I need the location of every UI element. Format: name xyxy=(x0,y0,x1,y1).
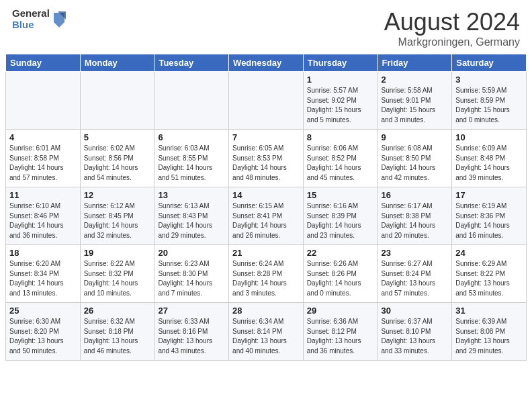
day-info: Sunrise: 6:32 AM Sunset: 8:18 PM Dayligh… xyxy=(84,317,151,356)
calendar-header-row: SundayMondayTuesdayWednesdayThursdayFrid… xyxy=(6,54,527,72)
calendar-week-row: 4Sunrise: 6:01 AM Sunset: 8:58 PM Daylig… xyxy=(6,130,527,187)
day-number: 9 xyxy=(382,132,449,142)
calendar-week-row: 11Sunrise: 6:10 AM Sunset: 8:46 PM Dayli… xyxy=(6,187,527,245)
calendar-cell: 21Sunrise: 6:24 AM Sunset: 8:28 PM Dayli… xyxy=(229,245,304,303)
calendar-cell: 12Sunrise: 6:12 AM Sunset: 8:45 PM Dayli… xyxy=(80,187,154,245)
day-number: 17 xyxy=(455,190,523,200)
day-number: 31 xyxy=(455,306,523,316)
calendar-cell: 22Sunrise: 6:26 AM Sunset: 8:26 PM Dayli… xyxy=(303,245,378,303)
day-number: 3 xyxy=(455,75,523,85)
day-info: Sunrise: 6:15 AM Sunset: 8:41 PM Dayligh… xyxy=(232,201,300,240)
logo-general-text: General xyxy=(12,8,50,19)
day-info: Sunrise: 6:06 AM Sunset: 8:52 PM Dayligh… xyxy=(307,144,374,183)
day-number: 12 xyxy=(84,190,151,200)
page-header: General Blue August 2024 Markgroningen, … xyxy=(0,0,532,54)
day-number: 8 xyxy=(307,132,374,142)
calendar-cell: 11Sunrise: 6:10 AM Sunset: 8:46 PM Dayli… xyxy=(6,187,81,245)
calendar-cell: 15Sunrise: 6:16 AM Sunset: 8:39 PM Dayli… xyxy=(303,187,378,245)
day-info: Sunrise: 6:33 AM Sunset: 8:16 PM Dayligh… xyxy=(158,317,225,356)
day-info: Sunrise: 6:12 AM Sunset: 8:45 PM Dayligh… xyxy=(84,201,151,240)
day-number: 29 xyxy=(307,306,374,316)
calendar-cell: 18Sunrise: 6:20 AM Sunset: 8:34 PM Dayli… xyxy=(6,245,81,303)
calendar-cell: 31Sunrise: 6:39 AM Sunset: 8:08 PM Dayli… xyxy=(452,303,527,361)
calendar-cell: 3Sunrise: 5:59 AM Sunset: 8:59 PM Daylig… xyxy=(452,72,527,130)
day-info: Sunrise: 6:09 AM Sunset: 8:48 PM Dayligh… xyxy=(455,144,523,183)
day-number: 19 xyxy=(84,248,151,258)
weekday-header: Sunday xyxy=(6,54,81,72)
day-info: Sunrise: 6:03 AM Sunset: 8:55 PM Dayligh… xyxy=(158,144,225,183)
day-number: 15 xyxy=(307,190,374,200)
calendar-table: SundayMondayTuesdayWednesdayThursdayFrid… xyxy=(5,54,527,361)
day-number: 2 xyxy=(382,75,449,85)
weekday-header: Thursday xyxy=(303,54,378,72)
day-info: Sunrise: 6:30 AM Sunset: 8:20 PM Dayligh… xyxy=(9,317,77,356)
day-info: Sunrise: 6:19 AM Sunset: 8:36 PM Dayligh… xyxy=(455,201,523,240)
day-number: 28 xyxy=(232,306,300,316)
calendar-cell: 4Sunrise: 6:01 AM Sunset: 8:58 PM Daylig… xyxy=(6,130,81,187)
calendar-week-row: 18Sunrise: 6:20 AM Sunset: 8:34 PM Dayli… xyxy=(6,245,527,303)
day-number: 30 xyxy=(382,306,449,316)
day-number: 1 xyxy=(307,75,374,85)
title-block: August 2024 Markgroningen, Germany xyxy=(384,8,520,48)
day-info: Sunrise: 5:59 AM Sunset: 8:59 PM Dayligh… xyxy=(455,86,523,125)
day-number: 16 xyxy=(382,190,449,200)
day-info: Sunrise: 6:23 AM Sunset: 8:30 PM Dayligh… xyxy=(158,259,225,298)
day-info: Sunrise: 6:17 AM Sunset: 8:38 PM Dayligh… xyxy=(382,201,449,240)
calendar-cell: 23Sunrise: 6:27 AM Sunset: 8:24 PM Dayli… xyxy=(378,245,452,303)
day-info: Sunrise: 6:22 AM Sunset: 8:32 PM Dayligh… xyxy=(84,259,151,298)
calendar-week-row: 25Sunrise: 6:30 AM Sunset: 8:20 PM Dayli… xyxy=(6,303,527,361)
day-number: 11 xyxy=(9,190,77,200)
day-number: 7 xyxy=(232,132,300,142)
day-info: Sunrise: 6:05 AM Sunset: 8:53 PM Dayligh… xyxy=(232,144,300,183)
day-info: Sunrise: 6:24 AM Sunset: 8:28 PM Dayligh… xyxy=(232,259,300,298)
day-info: Sunrise: 6:27 AM Sunset: 8:24 PM Dayligh… xyxy=(382,259,449,298)
weekday-header: Wednesday xyxy=(229,54,304,72)
day-info: Sunrise: 6:39 AM Sunset: 8:08 PM Dayligh… xyxy=(455,317,523,356)
weekday-header: Tuesday xyxy=(154,54,229,72)
day-info: Sunrise: 6:16 AM Sunset: 8:39 PM Dayligh… xyxy=(307,201,374,240)
calendar-cell: 2Sunrise: 5:58 AM Sunset: 9:01 PM Daylig… xyxy=(378,72,452,130)
day-number: 10 xyxy=(455,132,523,142)
calendar-cell: 14Sunrise: 6:15 AM Sunset: 8:41 PM Dayli… xyxy=(229,187,304,245)
calendar-cell: 29Sunrise: 6:36 AM Sunset: 8:12 PM Dayli… xyxy=(303,303,378,361)
logo-icon xyxy=(51,10,67,29)
day-number: 13 xyxy=(158,190,225,200)
day-number: 23 xyxy=(382,248,449,258)
calendar-cell: 7Sunrise: 6:05 AM Sunset: 8:53 PM Daylig… xyxy=(229,130,304,187)
day-number: 20 xyxy=(158,248,225,258)
calendar-cell: 17Sunrise: 6:19 AM Sunset: 8:36 PM Dayli… xyxy=(452,187,527,245)
calendar-cell: 1Sunrise: 5:57 AM Sunset: 9:02 PM Daylig… xyxy=(303,72,378,130)
month-year: August 2024 xyxy=(384,8,520,36)
calendar-cell: 26Sunrise: 6:32 AM Sunset: 8:18 PM Dayli… xyxy=(80,303,154,361)
calendar-week-row: 1Sunrise: 5:57 AM Sunset: 9:02 PM Daylig… xyxy=(6,72,527,130)
day-info: Sunrise: 6:02 AM Sunset: 8:56 PM Dayligh… xyxy=(84,144,151,183)
calendar-cell: 30Sunrise: 6:37 AM Sunset: 8:10 PM Dayli… xyxy=(378,303,452,361)
calendar-cell: 6Sunrise: 6:03 AM Sunset: 8:55 PM Daylig… xyxy=(154,130,229,187)
day-info: Sunrise: 6:37 AM Sunset: 8:10 PM Dayligh… xyxy=(382,317,449,356)
day-number: 18 xyxy=(9,248,77,258)
day-info: Sunrise: 5:57 AM Sunset: 9:02 PM Dayligh… xyxy=(307,86,374,125)
calendar-cell: 24Sunrise: 6:29 AM Sunset: 8:22 PM Dayli… xyxy=(452,245,527,303)
calendar-cell xyxy=(154,72,229,130)
calendar-cell: 5Sunrise: 6:02 AM Sunset: 8:56 PM Daylig… xyxy=(80,130,154,187)
day-number: 14 xyxy=(232,190,300,200)
calendar-cell: 9Sunrise: 6:08 AM Sunset: 8:50 PM Daylig… xyxy=(378,130,452,187)
calendar-container: SundayMondayTuesdayWednesdayThursdayFrid… xyxy=(0,54,532,366)
day-info: Sunrise: 6:13 AM Sunset: 8:43 PM Dayligh… xyxy=(158,201,225,240)
day-info: Sunrise: 6:08 AM Sunset: 8:50 PM Dayligh… xyxy=(382,144,449,183)
day-info: Sunrise: 6:34 AM Sunset: 8:14 PM Dayligh… xyxy=(232,317,300,356)
weekday-header: Monday xyxy=(80,54,154,72)
calendar-cell xyxy=(80,72,154,130)
day-number: 6 xyxy=(158,132,225,142)
calendar-cell: 19Sunrise: 6:22 AM Sunset: 8:32 PM Dayli… xyxy=(80,245,154,303)
day-number: 25 xyxy=(9,306,77,316)
calendar-cell: 28Sunrise: 6:34 AM Sunset: 8:14 PM Dayli… xyxy=(229,303,304,361)
location: Markgroningen, Germany xyxy=(384,36,520,48)
day-info: Sunrise: 6:10 AM Sunset: 8:46 PM Dayligh… xyxy=(9,201,77,240)
calendar-cell: 25Sunrise: 6:30 AM Sunset: 8:20 PM Dayli… xyxy=(6,303,81,361)
day-number: 24 xyxy=(455,248,523,258)
day-number: 26 xyxy=(84,306,151,316)
day-info: Sunrise: 6:29 AM Sunset: 8:22 PM Dayligh… xyxy=(455,259,523,298)
day-info: Sunrise: 6:20 AM Sunset: 8:34 PM Dayligh… xyxy=(9,259,77,298)
calendar-cell: 8Sunrise: 6:06 AM Sunset: 8:52 PM Daylig… xyxy=(303,130,378,187)
